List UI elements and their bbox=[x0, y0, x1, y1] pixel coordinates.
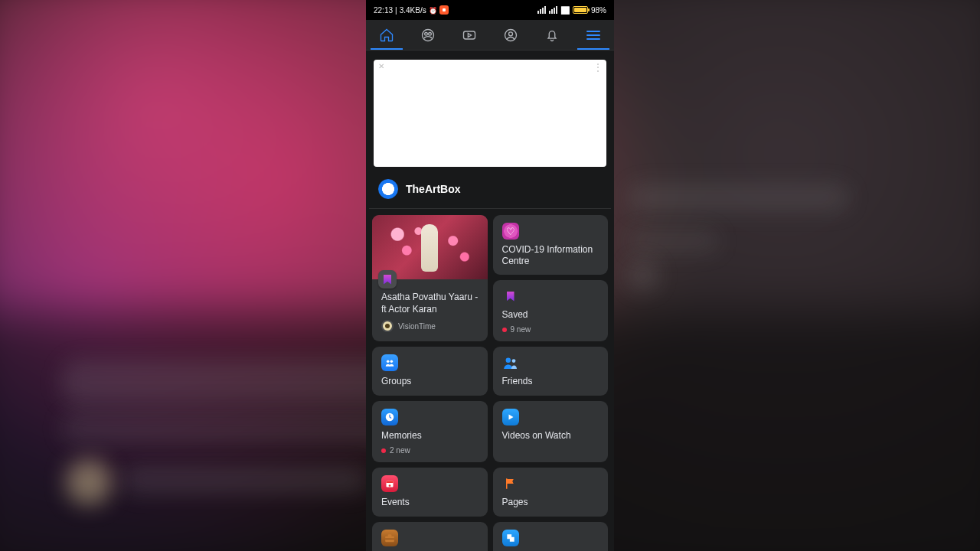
gaming-icon bbox=[502, 530, 519, 546]
calendar-icon bbox=[381, 475, 398, 492]
tile-label: Events bbox=[381, 497, 479, 508]
profile-name: TheArtBox bbox=[406, 183, 461, 195]
svg-point-7 bbox=[390, 360, 393, 364]
tile-label: Groups bbox=[381, 376, 479, 387]
menu-grid: Asatha Povathu Yaaru - ft Actor Karan Vi… bbox=[366, 209, 614, 551]
tile-badge: 2 new bbox=[381, 446, 479, 455]
tile-label: Friends bbox=[502, 376, 599, 387]
tile-friends[interactable]: Friends bbox=[493, 347, 609, 396]
tab-groups[interactable] bbox=[407, 20, 449, 50]
tile-recent-video[interactable]: Asatha Povathu Yaaru - ft Actor Karan Vi… bbox=[372, 215, 488, 341]
svg-rect-14 bbox=[388, 534, 392, 536]
groups-icon bbox=[381, 354, 398, 371]
tab-menu[interactable] bbox=[573, 20, 614, 50]
wifi-icon bbox=[560, 6, 570, 15]
screen-record-icon bbox=[439, 5, 449, 15]
bookmark-chip bbox=[378, 270, 397, 289]
video-source-label: VisionTime bbox=[398, 322, 436, 331]
close-icon[interactable]: ✕ bbox=[378, 62, 384, 70]
more-icon[interactable]: ⋮ bbox=[593, 62, 602, 73]
home-icon bbox=[379, 28, 394, 43]
groups-icon bbox=[420, 28, 436, 43]
tab-watch[interactable] bbox=[449, 20, 490, 50]
svg-point-6 bbox=[387, 360, 390, 364]
bookmark-icon bbox=[384, 275, 391, 285]
briefcase-icon bbox=[381, 530, 398, 546]
tile-memories[interactable]: Memories 2 new bbox=[372, 401, 488, 462]
watch-icon bbox=[462, 28, 477, 43]
tile-groups[interactable]: Groups bbox=[372, 347, 488, 396]
info-popup[interactable]: ✕ ⋮ bbox=[374, 60, 606, 167]
tile-badge: 9 new bbox=[502, 325, 599, 334]
svg-rect-15 bbox=[385, 539, 394, 540]
tile-label: Saved bbox=[502, 309, 599, 321]
flag-icon bbox=[502, 475, 519, 492]
avatar bbox=[378, 179, 398, 199]
bg-blob bbox=[628, 230, 720, 253]
status-bar: 22:13 | 3.4KB/s 98% bbox=[366, 0, 614, 20]
battery-pct: 98% bbox=[591, 6, 606, 15]
tab-notifications[interactable] bbox=[531, 20, 573, 50]
svg-point-9 bbox=[511, 359, 515, 363]
friends-icon bbox=[502, 354, 519, 371]
svg-point-5 bbox=[509, 31, 513, 35]
battery-icon bbox=[573, 6, 588, 14]
profile-icon bbox=[503, 28, 518, 43]
play-icon bbox=[502, 409, 519, 425]
svg-point-2 bbox=[429, 32, 432, 35]
tile-label: Memories bbox=[381, 430, 479, 442]
tab-profile[interactable] bbox=[490, 20, 531, 50]
heart-icon: ♡ bbox=[502, 223, 519, 240]
signal-icon bbox=[549, 6, 557, 14]
video-title: Asatha Povathu Yaaru - ft Actor Karan bbox=[381, 292, 479, 315]
video-thumbnail bbox=[372, 215, 488, 279]
page-avatar-icon bbox=[381, 320, 394, 332]
bg-blob bbox=[66, 459, 112, 505]
status-sep: | bbox=[395, 6, 397, 15]
tile-gaming[interactable]: Gaming bbox=[493, 522, 609, 551]
svg-point-1 bbox=[425, 32, 428, 35]
top-nav bbox=[366, 20, 614, 51]
signal-icon bbox=[537, 6, 546, 14]
profile-row[interactable]: TheArtBox bbox=[369, 171, 611, 209]
bg-blob bbox=[628, 184, 850, 211]
tile-events[interactable]: Events bbox=[372, 468, 488, 517]
tile-covid[interactable]: ♡ COVID-19 Information Centre bbox=[493, 215, 609, 275]
svg-point-0 bbox=[423, 29, 434, 41]
phone-frame: 22:13 | 3.4KB/s 98% bbox=[366, 0, 614, 551]
tile-pages[interactable]: Pages bbox=[493, 468, 609, 517]
tile-watch[interactable]: Videos on Watch bbox=[493, 401, 609, 462]
menu-content[interactable]: ✕ ⋮ TheArtBox Asatha Povathu Yaaru - ft … bbox=[366, 51, 614, 551]
tile-jobs[interactable] bbox=[372, 522, 488, 551]
bookmark-icon bbox=[502, 288, 519, 305]
status-net: 3.4KB/s bbox=[400, 6, 426, 15]
bell-icon bbox=[544, 28, 560, 43]
clock-icon bbox=[381, 409, 398, 425]
svg-rect-3 bbox=[464, 31, 475, 39]
tile-label: Videos on Watch bbox=[502, 430, 599, 442]
svg-rect-12 bbox=[387, 481, 394, 484]
status-time: 22:13 bbox=[374, 6, 393, 15]
tile-label: COVID-19 Information Centre bbox=[502, 244, 599, 267]
bg-blob bbox=[61, 413, 398, 444]
svg-point-8 bbox=[505, 358, 510, 363]
alarm-icon bbox=[429, 6, 437, 15]
bg-blob bbox=[122, 467, 368, 493]
menu-icon bbox=[586, 31, 600, 40]
tile-saved[interactable]: Saved 9 new bbox=[493, 280, 609, 341]
tab-home[interactable] bbox=[366, 20, 407, 50]
bg-blob bbox=[628, 260, 658, 291]
tile-label: Pages bbox=[502, 497, 599, 508]
video-source: VisionTime bbox=[381, 320, 479, 332]
